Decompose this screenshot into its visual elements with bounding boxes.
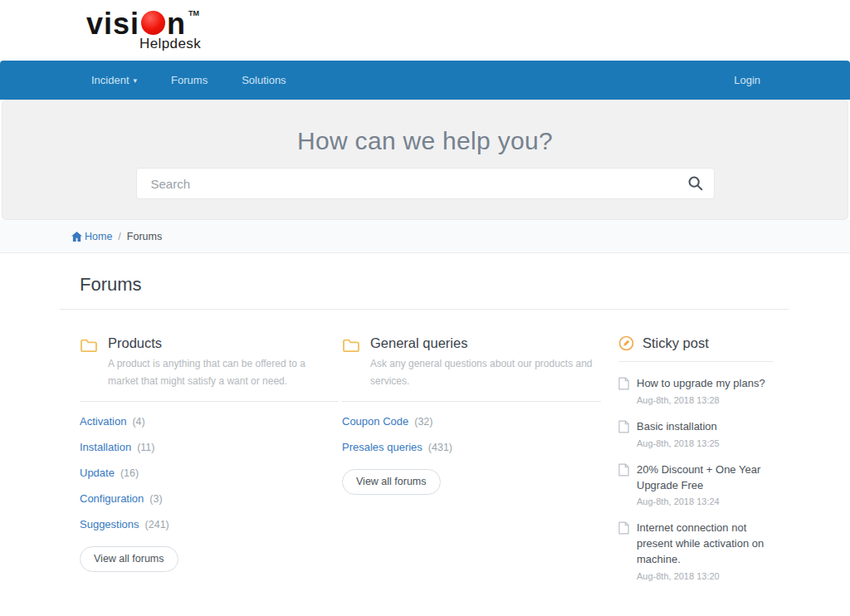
forum-link-count: (11) <box>137 442 154 453</box>
sticky-post-item: Internet connection not present while ac… <box>618 521 773 581</box>
title-divider <box>60 309 789 310</box>
forum-link-row: Presales queries(431) <box>342 433 601 459</box>
sticky-post-date: Aug-8th, 2018 13:24 <box>637 496 773 506</box>
folder-icon <box>342 338 360 390</box>
breadcrumb-home-link[interactable]: Home <box>85 231 112 242</box>
pencil-circle-icon <box>618 335 634 351</box>
forum-category-title[interactable]: General queries <box>370 335 593 351</box>
sticky-post-text: How to upgrade my plans?Aug-8th, 2018 13… <box>637 376 765 405</box>
forum-link[interactable]: Activation <box>80 415 126 428</box>
view-all-forums-button[interactable]: View all forums <box>80 546 178 572</box>
nav-item-forums[interactable]: Forums <box>171 74 208 86</box>
forum-link[interactable]: Configuration <box>80 492 144 505</box>
nav-item-login[interactable]: Login <box>734 74 760 86</box>
forum-link[interactable]: Suggestions <box>80 518 139 530</box>
breadcrumb-separator: / <box>118 231 120 242</box>
forum-link-count: (4) <box>132 416 144 428</box>
sticky-post-header: Sticky post <box>618 335 773 362</box>
forum-link[interactable]: Presales queries <box>342 441 423 453</box>
forum-link[interactable]: Installation <box>80 441 131 453</box>
forum-category-title[interactable]: Products <box>108 335 330 351</box>
logo-brand-line: visinTM <box>86 9 201 39</box>
vision-helpdesk-logo[interactable]: visinTM Helpdesk <box>86 9 201 52</box>
sticky-post-text: Internet connection not present while ac… <box>637 521 773 581</box>
forum-link[interactable]: Coupon Code <box>342 415 408 428</box>
sticky-post-text: Basic installationAug-8th, 2018 13:25 <box>637 419 720 448</box>
forum-category-text: ProductsA product is anything that can b… <box>108 335 330 390</box>
sticky-post-title[interactable]: 20% Discount + One Year Upgrade Free <box>637 462 773 494</box>
sticky-post-item: 20% Discount + One Year Upgrade FreeAug-… <box>618 462 773 507</box>
search-input[interactable] <box>136 168 715 199</box>
forum-category-header: ProductsA product is anything that can b… <box>80 335 339 402</box>
main-content: Forums ProductsA product is anything tha… <box>0 274 850 616</box>
forum-link-count: (241) <box>145 519 169 530</box>
main-nav: Incident▾ Forums Solutions Login <box>0 61 850 100</box>
sticky-post-item: Basic installationAug-8th, 2018 13:25 <box>618 419 773 448</box>
forum-link-count: (431) <box>428 442 452 453</box>
sticky-post-list: How to upgrade my plans?Aug-8th, 2018 13… <box>618 376 773 581</box>
forum-column: ProductsA product is anything that can b… <box>80 335 339 581</box>
sticky-post-date: Aug-8th, 2018 13:20 <box>637 571 773 581</box>
forum-category-text: General queriesAsk any general questions… <box>370 335 593 390</box>
view-all-forums-button[interactable]: View all forums <box>342 469 441 495</box>
forum-link-row: Configuration(3) <box>80 485 339 511</box>
sticky-post-title[interactable]: Basic installation <box>637 419 720 435</box>
home-icon <box>71 232 82 242</box>
forum-category-description: A product is anything that can be offere… <box>108 355 330 390</box>
document-icon <box>618 521 629 581</box>
forum-links-list: Coupon Code(32)Presales queries(431) <box>342 408 601 459</box>
forum-link-row: Suggestions(241) <box>80 511 339 536</box>
folder-icon <box>80 338 98 390</box>
sticky-post-date: Aug-8th, 2018 13:25 <box>637 438 720 448</box>
page-title: Forums <box>80 274 789 296</box>
document-icon <box>618 420 629 448</box>
sticky-post-heading: Sticky post <box>642 335 709 351</box>
nav-item-incident[interactable]: Incident▾ <box>91 74 137 86</box>
hero-banner: How can we help you? <box>2 100 848 220</box>
forum-category-header: General queriesAsk any general questions… <box>342 335 601 402</box>
document-icon <box>618 377 629 405</box>
sticky-post-title[interactable]: How to upgrade my plans? <box>637 376 765 392</box>
forum-link-count: (32) <box>414 416 432 428</box>
forum-link-count: (3) <box>149 493 162 505</box>
forum-link-count: (16) <box>120 467 139 479</box>
search-bar <box>136 168 715 199</box>
forum-column: General queriesAsk any general questions… <box>342 335 601 581</box>
site-header: visinTM Helpdesk <box>0 0 850 61</box>
forum-link-row: Installation(11) <box>80 433 339 459</box>
forum-link[interactable]: Update <box>80 467 115 479</box>
nav-item-solutions[interactable]: Solutions <box>242 74 286 86</box>
forum-link-row: Update(16) <box>80 459 339 485</box>
forum-link-row: Activation(4) <box>80 408 339 433</box>
forum-link-row: Coupon Code(32) <box>342 408 601 433</box>
sticky-post-date: Aug-8th, 2018 13:28 <box>637 395 765 405</box>
logo-red-dot-icon <box>141 11 165 35</box>
search-icon[interactable] <box>687 175 704 192</box>
sticky-post-text: 20% Discount + One Year Upgrade FreeAug-… <box>637 462 773 507</box>
page: visinTM Helpdesk Incident▾ Forums Soluti… <box>0 0 850 616</box>
sticky-post-item: How to upgrade my plans?Aug-8th, 2018 13… <box>618 376 773 405</box>
chevron-down-icon: ▾ <box>134 76 138 85</box>
hero-title: How can we help you? <box>2 100 848 155</box>
logo-tm: TM <box>188 9 199 17</box>
sticky-post-section: Sticky post How to upgrade my plans?Aug-… <box>618 335 773 581</box>
forum-category-description: Ask any general questions about our prod… <box>370 355 593 390</box>
sticky-post-title[interactable]: Internet connection not present while ac… <box>637 521 773 568</box>
logo-brand-pre: visi <box>86 7 139 41</box>
breadcrumb: Home / Forums <box>0 220 850 253</box>
nav-item-incident-label: Incident <box>91 74 129 86</box>
forum-links-list: Activation(4)Installation(11)Update(16)C… <box>80 408 339 536</box>
breadcrumb-current: Forums <box>127 231 162 242</box>
document-icon <box>618 463 629 507</box>
forum-columns: ProductsA product is anything that can b… <box>60 335 789 581</box>
